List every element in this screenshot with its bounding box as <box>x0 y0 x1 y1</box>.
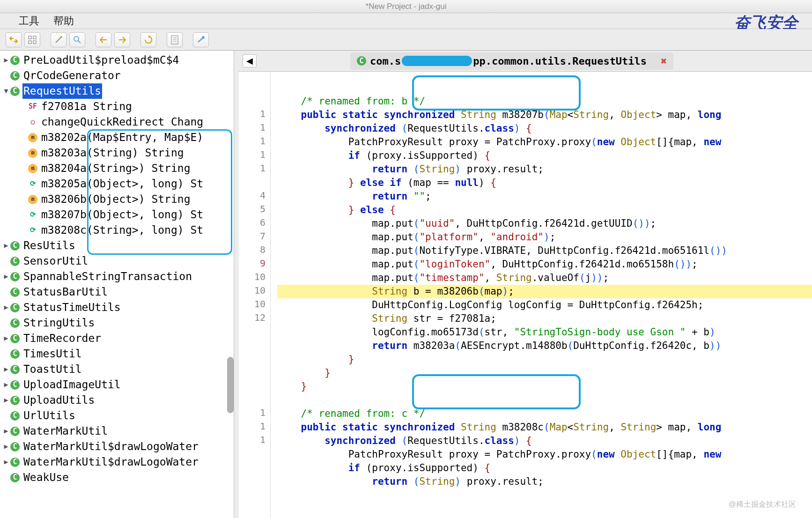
tree-item-selected[interactable]: ▼CRequestUtils <box>0 83 234 99</box>
class-icon: C <box>10 272 20 281</box>
tree-item[interactable]: ▶CPreLoadUtil$preload$mC$4 <box>0 52 234 68</box>
toolbar-refresh-icon[interactable] <box>140 32 156 47</box>
tree-item[interactable]: CTimesUtil <box>0 346 234 362</box>
class-icon: C <box>10 380 20 390</box>
toolbar-settings-icon[interactable] <box>193 32 209 47</box>
collapse-icon[interactable]: ▶ <box>2 454 10 470</box>
code-content[interactable]: /* renamed from: b */ public static sync… <box>271 72 812 518</box>
tab-title-suffix: pp.common.utils.RequestUtils <box>473 55 647 67</box>
toolbar-log-icon[interactable] <box>167 32 183 47</box>
method-icon: m <box>28 133 37 142</box>
window-title: *New Project - jadx-gui <box>0 0 812 13</box>
svg-point-7 <box>202 36 205 39</box>
toolbar-grid-icon[interactable] <box>24 32 40 47</box>
tab-title-prefix: com.s <box>370 55 401 67</box>
tree-item[interactable]: CStatusBarUtil <box>0 284 234 300</box>
method-icon: m <box>28 148 37 158</box>
class-icon: C <box>10 442 20 451</box>
collapse-icon[interactable]: ▶ <box>2 269 10 284</box>
tab-history-back[interactable]: ◀ <box>243 54 257 67</box>
tree-item[interactable]: ▶CWaterMarkUtil$drawLogoWater <box>0 454 234 470</box>
collapse-icon[interactable]: ▶ <box>2 331 10 346</box>
tab-close-icon[interactable]: ✖ <box>661 55 667 67</box>
class-icon: C <box>10 396 20 405</box>
tree-item[interactable]: ▶CSpannableStringTransaction <box>0 269 234 284</box>
collapse-icon[interactable]: ▶ <box>2 377 10 392</box>
svg-point-4 <box>60 36 62 38</box>
menu-item-help[interactable]: 帮助 <box>53 14 74 28</box>
method-icon: m <box>28 164 37 173</box>
class-tree[interactable]: ▶CPreLoadUtil$preload$mC$4 CQrCodeGenera… <box>0 51 234 487</box>
collapse-icon[interactable]: ▶ <box>2 300 10 315</box>
class-icon: C <box>10 303 20 312</box>
collapse-icon[interactable]: ▶ <box>2 238 10 253</box>
class-icon: C <box>10 365 20 374</box>
sync-method-icon: ⟳ <box>28 210 37 220</box>
tree-method[interactable]: mm38203a(String) String <box>0 145 234 161</box>
tree-field[interactable]: SFf27081a String <box>0 99 234 114</box>
class-icon: C <box>10 71 20 81</box>
tree-field[interactable]: ○changeQuickRedirect Chang <box>0 114 234 130</box>
tree-method-sync[interactable]: ⟳m38208c(String>, long) St <box>0 222 234 238</box>
code-editor[interactable]: 1111145678910101012111 /* renamed from: … <box>239 71 812 518</box>
tree-item[interactable]: ▶CUploadUtils <box>0 392 234 408</box>
toolbar-sync-icon[interactable] <box>6 32 22 47</box>
collapse-icon[interactable]: ▶ <box>2 392 10 408</box>
tree-item[interactable]: ▶CWaterMarkUtil$drawLogoWater <box>0 439 234 454</box>
class-icon: C <box>10 241 20 251</box>
line-gutter: 1111145678910101012111 <box>239 72 271 518</box>
field-icon: SF <box>28 102 37 111</box>
class-icon: C <box>10 87 20 96</box>
tree-item[interactable]: ▶CUploadImageUtil <box>0 377 234 392</box>
tree-item[interactable]: ▶CWaterMarkUtil <box>0 423 234 439</box>
menu-item-tools[interactable]: 工具 <box>19 14 39 28</box>
tree-item[interactable]: CStringUtils <box>0 315 234 331</box>
class-icon: C <box>10 288 20 297</box>
tree-item[interactable]: CUrlUtils <box>0 408 234 423</box>
watermark-footer: @稀土掘金技术社区 <box>729 500 796 510</box>
toolbar-forward-icon[interactable] <box>114 32 130 47</box>
class-icon: C <box>10 56 20 65</box>
class-icon: C <box>357 56 366 66</box>
tree-item[interactable]: CQrCodeGenerator <box>0 68 234 83</box>
tree-scrollbar[interactable] <box>227 357 234 413</box>
class-icon: C <box>10 318 20 328</box>
tree-method[interactable]: mm38206b(Object>) String <box>0 192 234 207</box>
menu-bar: 工具 帮助 奋飞安全 <box>0 13 812 29</box>
tree-item[interactable]: ▶CToastUtil <box>0 362 234 377</box>
tree-item[interactable]: ▶CResUtils <box>0 238 234 253</box>
class-icon: C <box>10 473 20 482</box>
toolbar-search-icon[interactable] <box>69 32 85 47</box>
class-icon: C <box>10 257 20 266</box>
svg-rect-2 <box>29 41 31 44</box>
tab-bar: ◀ C com.s pp.common.utils.RequestUtils ✖ <box>239 51 812 71</box>
collapse-icon[interactable]: ▶ <box>2 362 10 377</box>
toolbar-wand-icon[interactable] <box>51 32 66 47</box>
collapse-icon[interactable]: ▶ <box>2 423 10 439</box>
splitter[interactable] <box>234 51 239 518</box>
svg-rect-1 <box>33 36 36 39</box>
tree-item[interactable]: ▶CStatusTimeUtils <box>0 300 234 315</box>
tree-panel: ▶CPreLoadUtil$preload$mC$4 CQrCodeGenera… <box>0 51 234 518</box>
tree-item[interactable]: CSensorUtil <box>0 253 234 269</box>
field-icon: ○ <box>28 118 37 127</box>
collapse-icon[interactable]: ▶ <box>2 52 10 68</box>
redacted-block <box>402 56 472 66</box>
tree-item[interactable]: CWeakUse <box>0 470 234 485</box>
tree-method-sync[interactable]: ⟳m38207b(Object>, long) St <box>0 207 234 222</box>
tree-method-sync[interactable]: ⟳m38205a(Object>, long) St <box>0 176 234 192</box>
toolbar <box>0 29 812 51</box>
main-content: ▶CPreLoadUtil$preload$mC$4 CQrCodeGenera… <box>0 51 812 518</box>
tree-method[interactable]: mm38204a(String>) String <box>0 161 234 176</box>
editor-tab[interactable]: C com.s pp.common.utils.RequestUtils ✖ <box>350 52 673 70</box>
class-icon: C <box>10 458 20 467</box>
svg-rect-6 <box>171 36 178 44</box>
editor-panel: ◀ C com.s pp.common.utils.RequestUtils ✖… <box>239 51 812 518</box>
expand-icon[interactable]: ▼ <box>2 83 10 99</box>
tree-method[interactable]: mm38202a(Map$Entry, Map$E) <box>0 130 234 145</box>
sync-method-icon: ⟳ <box>28 179 37 189</box>
tree-item[interactable]: ▶CTimeRecorder <box>0 331 234 346</box>
collapse-icon[interactable]: ▶ <box>2 439 10 454</box>
sync-method-icon: ⟳ <box>28 226 37 235</box>
toolbar-back-icon[interactable] <box>96 32 111 47</box>
